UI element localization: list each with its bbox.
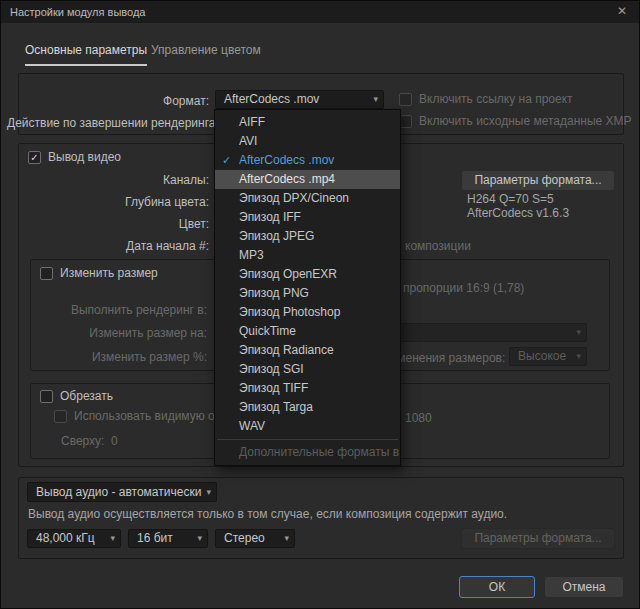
format-dropdown-menu: AIFF AVI ✓ AfterCodecs .mov AfterCodecs …	[214, 109, 401, 466]
cancel-button[interactable]: Отмена	[544, 576, 624, 598]
final-size-fragment: 1080	[405, 411, 432, 425]
use-roi-checkbox[interactable]: Использовать видимую облас	[54, 409, 241, 423]
resize-checkbox[interactable]: Изменить размер	[40, 266, 158, 280]
menu-separator	[217, 439, 398, 440]
menu-item[interactable]: Эпизод PNG	[215, 284, 400, 303]
menu-item[interactable]: Эпизод TIFF	[215, 379, 400, 398]
resize-to-label: Изменить размер на:	[27, 326, 207, 340]
sample-rate-select[interactable]: 48,000 кГц ▾	[27, 529, 121, 548]
resize-quality-value: Высокое	[518, 349, 566, 363]
menu-item[interactable]: Эпизод Radiance	[215, 341, 400, 360]
menu-item[interactable]: AVI	[215, 132, 400, 151]
audio-output-mode-select[interactable]: Вывод аудио - автоматически ▾	[27, 482, 217, 502]
check-icon: ✓	[30, 152, 38, 163]
crop-checkbox[interactable]: Обрезать	[40, 389, 113, 403]
bit-depth-value: 16 бит	[137, 531, 173, 545]
button-label: Параметры формата...	[474, 173, 601, 187]
tab-color-management[interactable]: Управление цветом	[151, 43, 261, 64]
include-project-link-checkbox[interactable]: Включить ссылку на проект	[399, 92, 573, 106]
checkbox-label: Вывод видео	[48, 150, 121, 164]
chevron-down-icon: ▾	[110, 530, 115, 547]
checkbox-label: Обрезать	[60, 389, 113, 403]
check-icon: ✓	[222, 151, 231, 170]
depth-label: Глубина цвета:	[29, 195, 209, 209]
menu-item[interactable]: Эпизод IFF	[215, 208, 400, 227]
menu-item-highlighted[interactable]: AfterCodecs .mp4	[215, 170, 400, 189]
format-select-value: AfterCodecs .mov	[224, 92, 319, 106]
start-number-label: Дата начала #:	[29, 239, 209, 253]
sample-rate-value: 48,000 кГц	[36, 531, 95, 545]
checkbox-box	[40, 390, 53, 403]
color-label: Цвет:	[29, 217, 209, 231]
crop-top-value[interactable]: 0	[111, 434, 118, 448]
menu-item[interactable]: Эпизод Targa	[215, 398, 400, 417]
checkbox-box	[40, 267, 53, 280]
chevron-down-icon: ▾	[284, 530, 289, 547]
bit-depth-select[interactable]: 16 бит ▾	[128, 529, 208, 548]
render-at-label: Выполнить рендеринг в:	[27, 303, 207, 317]
audio-channels-select[interactable]: Стерео ▾	[215, 529, 295, 548]
dialog-title: Настройки модуля вывода	[10, 6, 145, 18]
ok-button[interactable]: ОК	[459, 576, 535, 598]
channels-label: Каналы:	[29, 173, 209, 187]
format-select[interactable]: AfterCodecs .mov ▾	[215, 90, 384, 109]
menu-item[interactable]: Эпизод SGI	[215, 360, 400, 379]
video-output-checkbox[interactable]: ✓ Вывод видео	[28, 150, 121, 164]
resize-pct-label: Изменить размер %:	[27, 350, 207, 364]
button-label: ОК	[489, 580, 505, 594]
menu-item[interactable]: Эпизод OpenEXR	[215, 265, 400, 284]
resize-quality-select[interactable]: Высокое ▾	[509, 347, 587, 366]
audio-format-options-button[interactable]: Параметры формата...	[461, 528, 615, 549]
chevron-down-icon: ▾	[576, 348, 581, 365]
checkbox-box	[54, 410, 67, 423]
menu-item[interactable]: AIFF	[215, 113, 400, 132]
include-xmp-checkbox[interactable]: Включить исходные метаданные XMP	[399, 114, 632, 128]
tab-main-options[interactable]: Основные параметры	[25, 43, 147, 66]
button-label: Параметры формата...	[474, 531, 601, 545]
audio-mode-value: Вывод аудио - автоматически	[36, 485, 201, 499]
chevron-down-icon: ▾	[576, 324, 581, 341]
menu-item[interactable]: Эпизод Photoshop	[215, 303, 400, 322]
checkbox-box	[399, 93, 412, 106]
codec-info-line2: AfterCodecs v1.6.3	[467, 206, 569, 220]
chevron-down-icon: ▾	[373, 91, 378, 108]
menu-item[interactable]: MP3	[215, 246, 400, 265]
audio-note: Вывод аудио осуществляется только в том …	[28, 507, 507, 521]
checkbox-label: Включить ссылку на проект	[419, 92, 573, 106]
checkbox-label: Изменить размер	[60, 266, 158, 280]
start-number-suffix: композиции	[405, 239, 471, 253]
checkbox-box: ✓	[28, 151, 41, 164]
format-label: Формат:	[29, 94, 209, 108]
tab-label: Основные параметры	[25, 43, 147, 57]
checkbox-label: Включить исходные метаданные XMP	[419, 114, 632, 128]
menu-item[interactable]: Эпизод DPX/Cineon	[215, 189, 400, 208]
close-icon[interactable]: ✕	[605, 1, 639, 23]
menu-item-disabled: Дополнительные форматы в AME	[215, 443, 400, 462]
menu-item[interactable]: Эпизод JPEG	[215, 227, 400, 246]
post-render-action-label: Действие по завершении рендеринга:	[7, 116, 209, 130]
chevron-down-icon: ▾	[206, 483, 211, 501]
menu-item[interactable]: WAV	[215, 417, 400, 436]
output-module-settings-dialog: Настройки модуля вывода ✕ Основные парам…	[0, 0, 640, 609]
codec-info-line1: H264 Q=70 S=5	[467, 192, 554, 206]
crop-top-label: Сверху:	[61, 434, 104, 448]
tab-label: Управление цветом	[151, 43, 261, 57]
menu-item-selected[interactable]: ✓ AfterCodecs .mov	[215, 151, 400, 170]
title-bar: Настройки модуля вывода	[1, 1, 639, 23]
format-options-button[interactable]: Параметры формата...	[461, 170, 615, 191]
lock-aspect-label-fragment: пропорции 16:9 (1,78)	[403, 281, 524, 295]
chevron-down-icon: ▾	[197, 530, 202, 547]
button-label: Отмена	[562, 580, 605, 594]
resize-quality-label: изменения размеров:	[385, 351, 505, 365]
audio-channels-value: Стерео	[224, 531, 265, 545]
menu-item[interactable]: QuickTime	[215, 322, 400, 341]
